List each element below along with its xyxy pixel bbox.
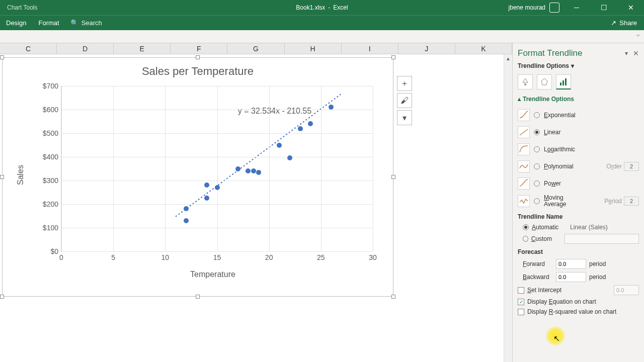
col-header[interactable]: G — [227, 43, 284, 54]
tell-me-search[interactable]: 🔍 Search — [65, 19, 107, 27]
chart-filters-button[interactable]: ▾ — [397, 110, 412, 125]
power-radio[interactable] — [534, 180, 540, 187]
exponential-radio[interactable] — [534, 112, 540, 118]
linear-label[interactable]: Linear — [544, 129, 639, 136]
data-point[interactable] — [329, 105, 334, 110]
data-point[interactable] — [277, 143, 282, 148]
data-point[interactable] — [184, 218, 189, 223]
chart-title[interactable]: Sales per Temperature — [3, 58, 393, 82]
chart-object[interactable]: Sales per Temperature Sales y = 32.534x … — [2, 57, 393, 297]
backward-period-label: period — [589, 274, 606, 281]
custom-name-input[interactable] — [565, 234, 639, 244]
col-header[interactable]: K — [455, 43, 512, 54]
intercept-input[interactable] — [614, 285, 639, 295]
maximize-button[interactable]: ☐ — [594, 0, 614, 15]
title-bar: Chart Tools Book1.xlsx - Excel jbene mou… — [0, 0, 644, 15]
chart-elements-button[interactable]: ＋ — [397, 76, 412, 91]
data-point[interactable] — [251, 168, 256, 173]
data-point[interactable] — [298, 126, 303, 131]
data-point[interactable] — [246, 168, 251, 173]
gridline — [165, 86, 166, 251]
data-point[interactable] — [235, 166, 240, 171]
resize-handle[interactable] — [0, 295, 4, 299]
gridline — [269, 86, 270, 251]
trendline-equation[interactable]: y = 32.534x - 210.55 — [238, 107, 311, 116]
pane-category-dropdown[interactable]: Trendline Options ▾ — [518, 62, 639, 69]
fill-line-tab[interactable] — [518, 74, 533, 89]
order-label: Order — [606, 163, 622, 170]
svg-point-1 — [524, 83, 526, 85]
col-header[interactable]: H — [285, 43, 342, 54]
display-r-squared-label[interactable]: Display R-squared value on chart — [527, 308, 616, 315]
resize-handle[interactable] — [196, 295, 200, 299]
polynomial-label[interactable]: Polynomial — [544, 163, 602, 170]
resize-handle[interactable] — [0, 175, 4, 179]
moving-average-label[interactable]: MovingAverage — [544, 195, 600, 208]
tab-design[interactable]: Design — [0, 16, 32, 30]
backward-label: Backward — [523, 274, 553, 281]
automatic-name-value: Linear (Sales) — [570, 224, 608, 231]
resize-handle[interactable] — [196, 55, 200, 59]
chart-styles-button[interactable]: 🖌 — [397, 93, 412, 108]
custom-label[interactable]: Custom — [531, 235, 561, 242]
display-equation-label[interactable]: Display Equation on chart — [527, 298, 596, 305]
y-tick-label: $300 — [43, 176, 61, 185]
resize-handle[interactable] — [391, 55, 395, 59]
logarithmic-radio[interactable] — [534, 146, 540, 152]
data-point[interactable] — [287, 155, 292, 160]
scroll-up-icon[interactable]: ▲ — [504, 54, 512, 63]
exponential-label[interactable]: Exponential — [544, 112, 639, 119]
col-header[interactable]: I — [342, 43, 398, 54]
period-input[interactable] — [624, 197, 639, 206]
x-tick-label: 15 — [213, 251, 221, 261]
effects-tab[interactable] — [537, 74, 552, 89]
share-button[interactable]: ↗ Share — [604, 19, 644, 27]
vertical-scrollbar[interactable]: ▲ — [504, 54, 512, 362]
order-input[interactable] — [624, 162, 639, 171]
data-point[interactable] — [204, 183, 209, 188]
linear-radio[interactable] — [534, 129, 540, 135]
y-axis-title[interactable]: Sales — [16, 165, 25, 185]
data-point[interactable] — [204, 196, 209, 201]
pane-options-dropdown-icon[interactable]: ▾ — [625, 50, 628, 57]
data-point[interactable] — [308, 121, 313, 126]
set-intercept-checkbox[interactable] — [518, 287, 524, 294]
data-point[interactable] — [215, 185, 220, 190]
x-axis-title[interactable]: Temperature — [33, 268, 393, 279]
polynomial-radio[interactable] — [534, 163, 540, 169]
minimize-button[interactable]: ─ — [567, 0, 587, 15]
col-header[interactable]: J — [398, 43, 455, 54]
user-account[interactable]: jbene mourad — [509, 3, 559, 13]
set-intercept-label[interactable]: Set Intercept — [527, 287, 561, 294]
pane-close-button[interactable]: ✕ — [633, 49, 639, 57]
resize-handle[interactable] — [0, 55, 4, 59]
worksheet[interactable]: C D E F G H I J K Sales per Temperature … — [0, 43, 512, 362]
backward-input[interactable] — [556, 272, 586, 282]
display-r-squared-checkbox[interactable] — [518, 309, 524, 315]
resize-handle[interactable] — [391, 175, 395, 179]
data-point[interactable] — [256, 170, 261, 175]
data-point[interactable] — [184, 206, 189, 211]
automatic-name-radio[interactable] — [523, 224, 529, 230]
col-header[interactable]: C — [0, 43, 57, 54]
automatic-label[interactable]: Automatic — [532, 224, 567, 231]
column-headers: C D E F G H I J K — [0, 43, 512, 54]
plot-area[interactable]: y = 32.534x - 210.55 $0$100$200$300$400$… — [61, 86, 373, 252]
col-header[interactable]: D — [57, 43, 114, 54]
ribbon: ⌵ — [0, 30, 644, 43]
custom-name-radio[interactable] — [523, 236, 528, 242]
col-header[interactable]: F — [171, 43, 227, 54]
resize-handle[interactable] — [391, 295, 395, 299]
col-header[interactable]: E — [114, 43, 171, 54]
display-equation-checkbox[interactable] — [518, 299, 524, 305]
collapse-ribbon-icon[interactable]: ⌵ — [636, 31, 640, 38]
forward-input[interactable] — [556, 259, 586, 269]
logarithmic-label[interactable]: Logarithmic — [544, 146, 639, 153]
svg-rect-5 — [565, 78, 567, 85]
close-window-button[interactable]: ✕ — [621, 0, 641, 15]
trendline-options-tab[interactable] — [556, 74, 571, 89]
section-trendline-options[interactable]: ▴ Trendline Options — [518, 96, 639, 103]
moving-average-radio[interactable] — [534, 198, 540, 204]
power-label[interactable]: Power — [544, 180, 639, 187]
tab-format[interactable]: Format — [32, 16, 65, 30]
